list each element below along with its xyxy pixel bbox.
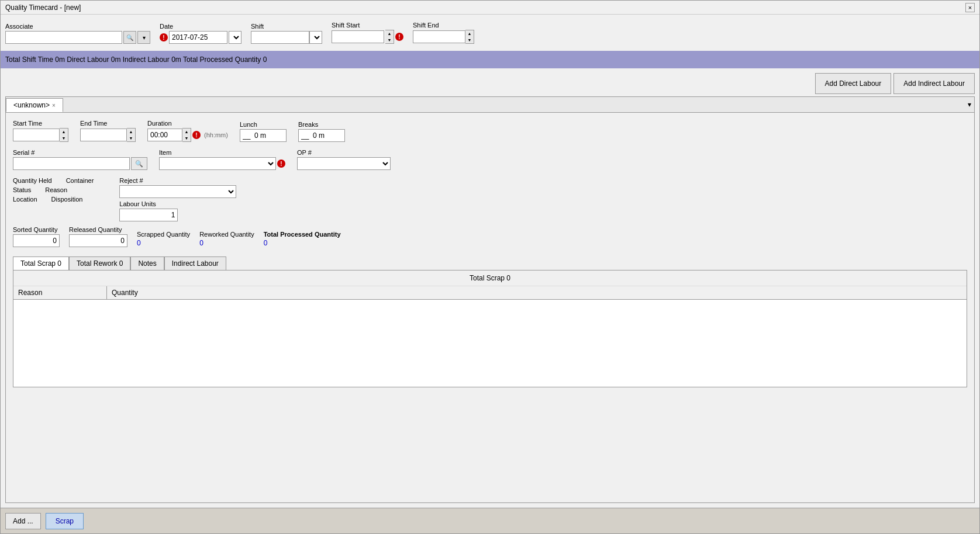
item-group: Item ! xyxy=(159,149,285,170)
scrapped-qty-value: 0 xyxy=(137,239,190,247)
date-group: Date ! ▾ xyxy=(160,23,241,44)
add-indirect-labour-button[interactable]: Add Indirect Labour xyxy=(893,73,975,94)
total-rework-tab[interactable]: Total Rework 0 xyxy=(69,256,130,270)
released-qty-label: Released Quantity xyxy=(69,226,127,233)
duration-input[interactable] xyxy=(147,129,182,141)
end-time-label: End Time xyxy=(80,120,136,127)
duration-hint: (hh:mm) xyxy=(204,131,228,138)
scrap-table-header: Reason Quantity xyxy=(13,286,967,300)
unknown-tab[interactable]: <unknown> × xyxy=(6,98,63,112)
start-time-group: Start Time ▲ ▼ xyxy=(13,120,68,142)
date-select[interactable]: ▾ xyxy=(229,31,241,44)
qty-held-group: Quantity Held xyxy=(13,177,52,184)
breaks-group: Breaks xyxy=(298,121,345,142)
total-scrap-tab[interactable]: Total Scrap 0 xyxy=(13,256,69,270)
shift-label: Shift xyxy=(251,23,322,30)
status-label: Status xyxy=(13,186,31,193)
tab-label: <unknown> xyxy=(13,101,50,109)
reason-col-header: Reason xyxy=(13,286,107,299)
sorted-qty-label: Sorted Quantity xyxy=(13,226,60,233)
tab-container: <unknown> × ▾ Start Time ▲ xyxy=(5,96,975,503)
tab-close-icon[interactable]: × xyxy=(52,102,56,109)
container-label: Container xyxy=(66,177,94,184)
item-select[interactable] xyxy=(159,157,276,170)
bottom-tabs: Total Scrap 0 Total Rework 0 Notes Indir… xyxy=(13,256,967,387)
duration-group: Duration ▲ ▼ ! (hh:mm) xyxy=(147,120,228,142)
shift-end-input[interactable] xyxy=(413,30,465,43)
duration-up[interactable]: ▲ xyxy=(182,129,191,135)
start-time-spinner: ▲ ▼ xyxy=(60,128,68,142)
info-bar: Total Shift Time 0m Direct Labour 0m Ind… xyxy=(1,51,979,68)
shift-start-input[interactable] xyxy=(332,30,384,43)
window-title: Quality Timecard - [new] xyxy=(5,4,81,12)
released-qty-group: Released Quantity xyxy=(69,226,127,247)
duration-spinner: ▲ ▼ xyxy=(182,128,191,142)
start-time-input[interactable] xyxy=(13,129,60,141)
tab-dropdown-icon[interactable]: ▾ xyxy=(965,99,974,110)
breaks-input[interactable] xyxy=(298,129,345,142)
reject-labour-col: Reject # Labour Units xyxy=(119,177,236,221)
scrap-panel: Total Scrap 0 Reason Quantity xyxy=(13,271,967,387)
scrap-button[interactable]: Scrap xyxy=(46,513,84,529)
end-time-up[interactable]: ▲ xyxy=(127,129,135,135)
serial-search-button[interactable]: 🔍 xyxy=(131,157,147,170)
close-button[interactable]: × xyxy=(965,3,975,12)
released-qty-input[interactable] xyxy=(69,234,127,247)
date-required-icon: ! xyxy=(160,33,168,41)
quantity-col-header: Quantity xyxy=(107,286,177,299)
shift-group: Shift ▾ xyxy=(251,23,322,44)
item-required-icon: ! xyxy=(277,159,285,168)
serial-item-row: Serial # 🔍 Item xyxy=(13,149,967,170)
disposition-label: Disposition xyxy=(51,196,83,203)
associate-dropdown-btn[interactable]: ▾ xyxy=(137,31,150,44)
duration-required-icon: ! xyxy=(192,131,201,139)
tab-bar: <unknown> × ▾ xyxy=(6,97,974,113)
reason-label: Reason xyxy=(45,186,67,193)
bottom-tab-bar: Total Scrap 0 Total Rework 0 Notes Indir… xyxy=(13,256,967,271)
item-label: Item xyxy=(159,149,285,156)
shift-end-down[interactable]: ▼ xyxy=(465,37,474,43)
add-direct-labour-button[interactable]: Add Direct Labour xyxy=(815,73,892,94)
duration-down[interactable]: ▼ xyxy=(182,135,191,141)
shift-start-label: Shift Start xyxy=(332,22,403,29)
reworked-qty-label: Reworked Quantity xyxy=(199,231,254,238)
add-button[interactable]: Add ... xyxy=(5,513,41,529)
labour-units-input[interactable] xyxy=(119,209,178,221)
shift-end-label: Shift End xyxy=(413,22,474,29)
associate-label: Associate xyxy=(5,23,150,30)
reject-select[interactable] xyxy=(119,185,236,198)
toolbar: Add Direct Labour Add Indirect Labour xyxy=(5,73,975,94)
shift-input[interactable] xyxy=(251,31,309,44)
serial-input[interactable] xyxy=(13,157,130,170)
reject-group: Reject # xyxy=(119,177,236,198)
notes-tab[interactable]: Notes xyxy=(130,256,164,270)
reason-group: Reason xyxy=(45,186,67,193)
left-fields: Quantity Held Container Status xyxy=(13,177,94,221)
top-form: Associate 🔍 ▾ Date ! ▾ Shift xyxy=(5,19,975,46)
shift-start-up[interactable]: ▲ xyxy=(385,30,394,37)
total-processed-group: Total Processed Quantity 0 xyxy=(264,231,341,247)
scrapped-qty-group: Scrapped Quantity 0 xyxy=(137,231,190,247)
shift-start-down[interactable]: ▼ xyxy=(385,37,394,43)
date-label: Date xyxy=(160,23,241,30)
associate-search-icon[interactable]: 🔍 xyxy=(123,31,136,44)
associate-input[interactable] xyxy=(5,31,122,44)
shift-select[interactable]: ▾ xyxy=(309,31,322,44)
reject-label: Reject # xyxy=(119,177,236,184)
serial-label: Serial # xyxy=(13,149,147,156)
lunch-label: Lunch xyxy=(240,121,287,128)
date-input[interactable] xyxy=(169,31,227,44)
end-time-down[interactable]: ▼ xyxy=(127,135,135,141)
lunch-input[interactable] xyxy=(240,129,287,142)
op-select[interactable] xyxy=(297,157,391,170)
end-time-spinner: ▲ ▼ xyxy=(127,128,136,142)
indirect-labour-tab[interactable]: Indirect Labour xyxy=(164,256,226,270)
start-time-up[interactable]: ▲ xyxy=(60,129,68,135)
start-time-down[interactable]: ▼ xyxy=(60,135,68,141)
shift-end-up[interactable]: ▲ xyxy=(465,30,474,37)
shift-start-required-icon: ! xyxy=(395,33,403,41)
total-processed-value: 0 xyxy=(264,239,341,247)
end-time-input[interactable] xyxy=(80,129,127,141)
reworked-qty-group: Reworked Quantity 0 xyxy=(199,231,254,247)
sorted-qty-input[interactable] xyxy=(13,234,60,247)
